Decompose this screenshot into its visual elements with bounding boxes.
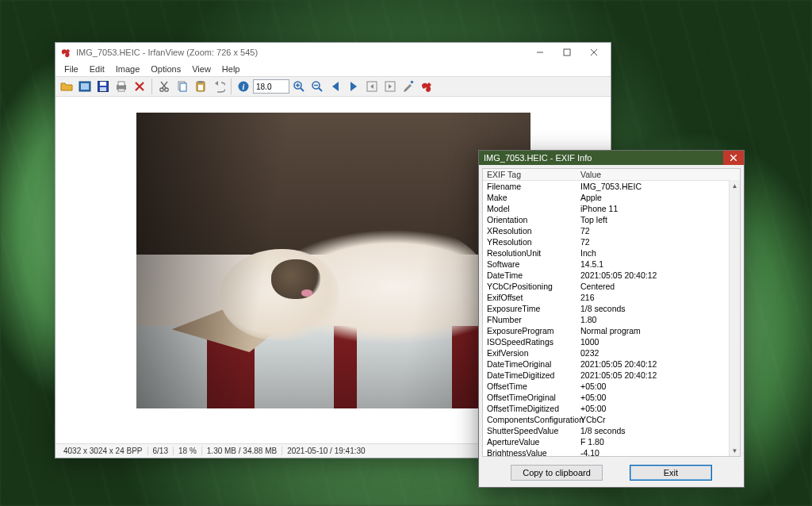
exif-tag: OffsetTimeOriginal [483, 392, 576, 403]
status-memory: 1.30 MB / 34.88 MB [202, 447, 282, 455]
exif-tag: XResolution [483, 225, 576, 236]
menu-image[interactable]: Image [110, 64, 146, 74]
settings-icon[interactable] [400, 78, 417, 95]
svg-rect-3 [81, 83, 89, 90]
undo-icon[interactable] [210, 78, 228, 95]
exif-tag: YResolution [483, 236, 576, 247]
menu-view[interactable]: View [186, 64, 216, 74]
exif-row[interactable]: OffsetTimeOriginal+05:00 [483, 392, 740, 403]
exif-tag: Filename [483, 181, 576, 192]
next-icon[interactable] [345, 78, 362, 95]
cut-icon[interactable] [155, 78, 173, 95]
exif-value: +05:00 [576, 381, 740, 392]
menu-file[interactable]: File [59, 64, 84, 74]
toolbar: i [56, 76, 611, 97]
thumbnails-icon[interactable] [76, 78, 94, 95]
exif-value: 216 [576, 292, 740, 303]
about-icon[interactable] [418, 78, 435, 95]
zoom-in-icon[interactable] [290, 78, 308, 95]
exif-value: Apple [576, 192, 740, 203]
exif-row[interactable]: ResolutionUnitInch [483, 247, 740, 259]
close-button[interactable] [580, 44, 607, 61]
maximize-button[interactable] [553, 44, 580, 61]
svg-rect-15 [198, 81, 203, 83]
displayed-image [136, 113, 530, 408]
exif-row[interactable]: ApertureValueF 1.80 [483, 436, 740, 447]
exif-value: 72 [576, 225, 740, 236]
exif-row[interactable]: ISOSpeedRatings1000 [483, 336, 740, 347]
titlebar[interactable]: IMG_7053.HEIC - IrfanView (Zoom: 726 x 5… [56, 43, 611, 62]
exif-row[interactable]: FilenameIMG_7053.HEIC [483, 181, 740, 192]
svg-text:i: i [243, 82, 245, 91]
toolbar-separator [231, 79, 232, 94]
exif-tag: Make [483, 192, 576, 203]
exif-header-row[interactable]: EXIF Tag Value [483, 169, 740, 181]
exif-row[interactable]: ShutterSpeedValue1/8 seconds [483, 425, 740, 436]
delete-icon[interactable] [131, 78, 148, 95]
exit-button[interactable]: Exit [630, 465, 712, 481]
exif-row[interactable]: ExposureTime1/8 seconds [483, 303, 740, 314]
exif-row[interactable]: ModeliPhone 11 [483, 203, 740, 214]
exif-row[interactable]: ExposureProgramNormal program [483, 325, 740, 336]
status-dimensions: 4032 x 3024 x 24 BPP [59, 447, 148, 455]
exif-tag: BrightnessValue [483, 447, 576, 456]
exif-row[interactable]: ExifVersion0232 [483, 347, 740, 358]
copy-icon[interactable] [174, 78, 191, 95]
info-icon[interactable]: i [235, 78, 252, 95]
exif-row[interactable]: OffsetTime+05:00 [483, 381, 740, 392]
prev-icon[interactable] [327, 78, 344, 95]
save-icon[interactable] [94, 78, 112, 95]
exif-listview[interactable]: EXIF Tag Value FilenameIMG_7053.HEICMake… [482, 168, 741, 457]
exif-tag: FNumber [483, 314, 576, 325]
exif-value: 0232 [576, 347, 740, 358]
print-icon[interactable] [113, 78, 130, 95]
menu-edit[interactable]: Edit [84, 64, 110, 74]
svg-line-20 [301, 88, 304, 91]
exif-row[interactable]: Software14.5.1 [483, 259, 740, 270]
scroll-down-icon[interactable]: ▼ [730, 445, 740, 456]
prev-page-icon[interactable] [363, 78, 381, 95]
paste-icon[interactable] [192, 78, 209, 95]
svg-rect-9 [118, 89, 124, 91]
exif-close-button[interactable] [723, 151, 744, 165]
menu-options[interactable]: Options [145, 64, 186, 74]
svg-rect-6 [100, 87, 106, 91]
exif-value: 1/8 seconds [576, 303, 740, 314]
exif-tag: ExifOffset [483, 292, 576, 303]
minimize-button[interactable] [527, 44, 553, 61]
menu-help[interactable]: Help [216, 64, 246, 74]
exif-row[interactable]: XResolution72 [483, 225, 740, 236]
exif-tag: YCbCrPositioning [483, 281, 576, 292]
zoom-out-icon[interactable] [308, 78, 326, 95]
exif-tag: ApertureValue [483, 436, 576, 447]
exif-row[interactable]: OrientationTop left [483, 214, 740, 225]
exif-titlebar[interactable]: IMG_7053.HEIC - EXIF Info [479, 151, 744, 165]
exif-scrollbar[interactable]: ▲ ▼ [729, 180, 740, 456]
svg-rect-1 [564, 49, 570, 56]
scroll-up-icon[interactable]: ▲ [730, 180, 740, 191]
exif-row[interactable]: DateTime2021:05:05 20:40:12 [483, 270, 740, 281]
exif-row[interactable]: DateTimeOriginal2021:05:05 20:40:12 [483, 358, 740, 370]
exif-row[interactable]: DateTimeDigitized2021:05:05 20:40:12 [483, 370, 740, 381]
svg-rect-25 [410, 80, 413, 83]
exif-row[interactable]: ExifOffset216 [483, 292, 740, 303]
exif-tag: Software [483, 259, 576, 270]
exif-tag: ISOSpeedRatings [483, 336, 576, 347]
next-page-icon[interactable] [381, 78, 399, 95]
exif-row[interactable]: MakeApple [483, 192, 740, 203]
exif-tag: OffsetTime [483, 381, 576, 392]
exif-row[interactable]: FNumber1.80 [483, 314, 740, 325]
exif-header-value[interactable]: Value [576, 169, 740, 180]
exif-row[interactable]: YResolution72 [483, 236, 740, 247]
exif-row[interactable]: OffsetTimeDigitized+05:00 [483, 403, 740, 414]
exif-row[interactable]: YCbCrPositioningCentered [483, 281, 740, 292]
exif-header-tag[interactable]: EXIF Tag [483, 169, 576, 180]
exif-row[interactable]: BrightnessValue-4.10 [483, 447, 740, 456]
zoom-combo[interactable] [253, 79, 289, 94]
exif-tag: ShutterSpeedValue [483, 425, 576, 436]
open-icon[interactable] [58, 78, 75, 95]
exif-row[interactable]: ComponentsConfigurationYCbCr [483, 414, 740, 425]
copy-to-clipboard-button[interactable]: Copy to clipboard [511, 465, 603, 481]
svg-rect-13 [180, 83, 186, 91]
exif-value: Inch [576, 247, 740, 259]
